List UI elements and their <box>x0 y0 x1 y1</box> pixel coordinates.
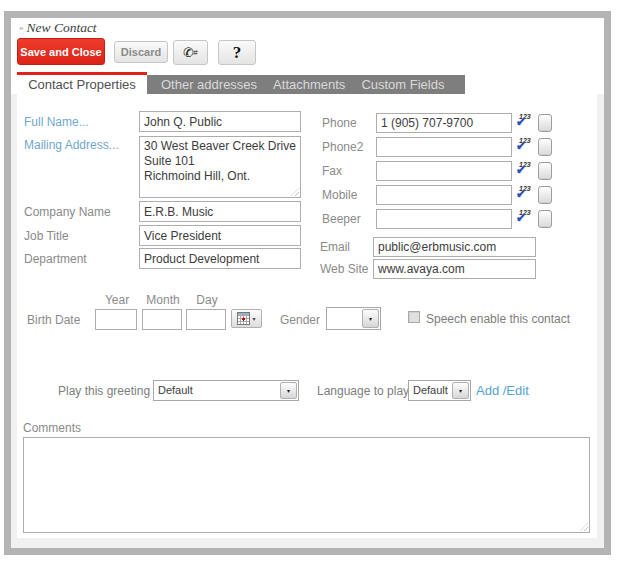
phone-row: Fax 123✔ ... <box>322 159 552 183</box>
phone-options-button[interactable]: ... <box>538 186 552 204</box>
gender-select[interactable]: ▾ <box>326 307 381 330</box>
phone-rows: Phone 123✔ ... Phone2 123✔ ... Fax 123✔ … <box>322 111 552 231</box>
phone2-label: Phone2 <box>322 140 376 154</box>
phone-input[interactable] <box>376 113 512 133</box>
mobile-label: Mobile <box>322 188 376 202</box>
comments-label: Comments <box>23 421 81 435</box>
phone-options-button[interactable]: ... <box>538 138 552 156</box>
job-title-label: Job Title <box>24 229 69 243</box>
birth-month-input[interactable] <box>142 309 182 330</box>
inactive-tabs: Other addresses Attachments Custom Field… <box>147 75 465 94</box>
comments-wrap <box>23 437 590 533</box>
gender-label: Gender <box>280 313 320 327</box>
play-greeting-label: Play this greeting <box>58 384 150 398</box>
verify-number-icon[interactable]: 123✔ <box>516 210 533 228</box>
help-button[interactable]: ? <box>218 40 256 65</box>
phone-row: Beeper 123✔ ... <box>322 207 552 231</box>
phone-label: Phone <box>322 116 376 130</box>
month-label: Month <box>141 293 185 307</box>
fax-input[interactable] <box>376 161 512 181</box>
language-to-play-label: Language to play <box>317 384 409 398</box>
contact-properties-panel: Full Name... Mailing Address... 30 West … <box>17 94 597 538</box>
web-site-input[interactable] <box>373 259 536 279</box>
birth-year-input[interactable] <box>95 309 137 330</box>
language-value: Default <box>409 381 451 400</box>
email-row: Email <box>320 236 536 258</box>
company-name-label: Company Name <box>24 205 111 219</box>
dialpad-hash-glyph: # <box>193 48 197 57</box>
verify-number-icon[interactable]: 123✔ <box>516 186 533 204</box>
full-name-link[interactable]: Full Name... <box>24 115 89 129</box>
phone-options-button[interactable]: ... <box>538 162 552 180</box>
department-input[interactable] <box>139 248 301 269</box>
chevron-down-icon: ▾ <box>452 382 469 399</box>
job-title-input[interactable] <box>139 225 301 246</box>
tab-bar: Contact Properties Other addresses Attac… <box>17 72 465 94</box>
comments-textarea[interactable] <box>23 437 590 533</box>
email-label: Email <box>320 240 373 254</box>
dial-contact-button[interactable]: ✆# <box>173 40 208 65</box>
verify-number-icon[interactable]: 123✔ <box>516 138 533 156</box>
department-label: Department <box>24 252 87 266</box>
web-site-label: Web Site <box>320 262 373 276</box>
day-label: Day <box>185 293 229 307</box>
mailing-address-textarea[interactable]: 30 West Beaver Creek Drive Suite 101 Ric… <box>139 136 301 198</box>
discard-button[interactable]: Discard <box>114 41 168 63</box>
email-input[interactable] <box>373 237 536 257</box>
tab-attachments[interactable]: Attachments <box>265 77 353 92</box>
window-header: »New Contact Save and Close Discard ✆# ?… <box>11 18 604 94</box>
phone-row: Mobile 123✔ ... <box>322 183 552 207</box>
beeper-label: Beeper <box>322 212 376 226</box>
greeting-select[interactable]: Default ▾ <box>153 380 299 401</box>
calendar-picker-button[interactable]: ▾ <box>231 309 262 328</box>
page-title-text: New Contact <box>27 20 97 35</box>
mailing-address-link[interactable]: Mailing Address... <box>24 138 119 152</box>
gender-value <box>327 308 361 329</box>
breadcrumb-marker: » <box>19 22 24 32</box>
mobile-input[interactable] <box>376 185 512 205</box>
page-title: »New Contact <box>19 20 97 36</box>
phone-row: Phone2 123✔ ... <box>322 135 552 159</box>
birth-date-label: Birth Date <box>27 313 80 327</box>
save-and-close-button[interactable]: Save and Close <box>17 38 105 65</box>
mailing-address-wrap: 30 West Beaver Creek Drive Suite 101 Ric… <box>139 136 301 198</box>
chevron-down-icon: ▾ <box>362 309 379 328</box>
phone-row: Phone 123✔ ... <box>322 111 552 135</box>
language-select[interactable]: Default ▾ <box>408 380 471 401</box>
greeting-value: Default <box>154 381 279 400</box>
tab-custom-fields[interactable]: Custom Fields <box>353 77 452 92</box>
chevron-down-icon: ▾ <box>252 315 255 322</box>
phone-options-button[interactable]: ... <box>538 114 552 132</box>
verify-number-icon[interactable]: 123✔ <box>516 114 533 132</box>
full-name-input[interactable] <box>139 111 301 132</box>
tab-other-addresses[interactable]: Other addresses <box>153 77 265 92</box>
beeper-input[interactable] <box>376 209 512 229</box>
fax-label: Fax <box>322 164 376 178</box>
chevron-down-icon: ▾ <box>280 382 297 399</box>
phone-options-button[interactable]: ... <box>538 210 552 228</box>
speech-enable-label: Speech enable this contact <box>426 312 570 326</box>
web-site-row: Web Site <box>320 258 536 280</box>
verify-number-icon[interactable]: 123✔ <box>516 162 533 180</box>
calendar-icon <box>237 312 250 325</box>
company-name-input[interactable] <box>139 201 301 222</box>
phone2-input[interactable] <box>376 137 512 157</box>
speech-enable-checkbox[interactable] <box>408 311 420 323</box>
tab-contact-properties[interactable]: Contact Properties <box>17 72 147 94</box>
new-contact-window: »New Contact Save and Close Discard ✆# ?… <box>4 11 611 555</box>
year-label: Year <box>95 293 139 307</box>
birth-day-input[interactable] <box>186 309 226 330</box>
add-edit-link[interactable]: Add /Edit <box>476 383 529 398</box>
